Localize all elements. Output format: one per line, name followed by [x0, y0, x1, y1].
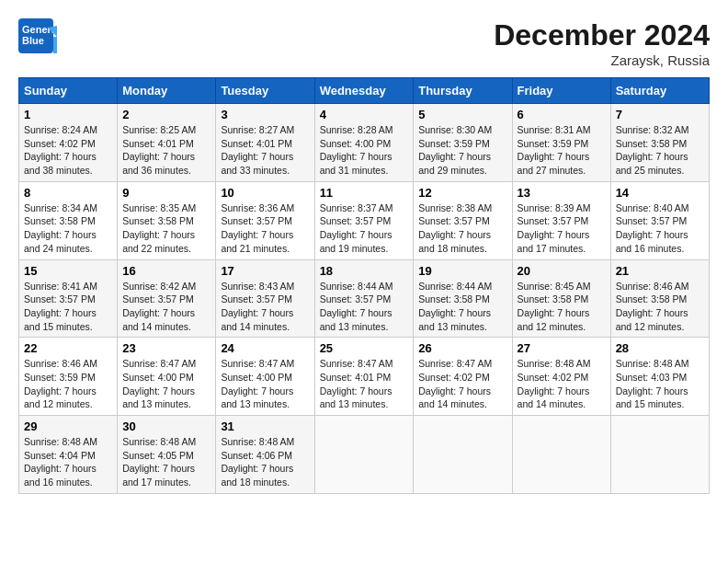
week-row-4: 22 Sunrise: 8:46 AM Sunset: 3:59 PM Dayl…	[19, 338, 710, 416]
day-number: 29	[24, 419, 112, 433]
day-cell: 2 Sunrise: 8:25 AM Sunset: 4:01 PM Dayli…	[118, 104, 216, 182]
day-number: 17	[221, 264, 309, 278]
day-cell: 29 Sunrise: 8:48 AM Sunset: 4:04 PM Dayl…	[19, 416, 118, 494]
daylight: Daylight: 7 hours and 12 minutes.	[24, 385, 97, 410]
daylight: Daylight: 7 hours and 13 minutes.	[221, 385, 293, 410]
day-cell: 4 Sunrise: 8:28 AM Sunset: 4:00 PM Dayli…	[314, 104, 414, 182]
location: Zaraysk, Russia	[494, 52, 710, 68]
day-cell: 7 Sunrise: 8:32 AM Sunset: 3:58 PM Dayli…	[610, 104, 709, 182]
sunset: Sunset: 4:02 PM	[518, 372, 589, 383]
day-cell: 17 Sunrise: 8:43 AM Sunset: 3:57 PM Dayl…	[216, 259, 314, 338]
day-number: 19	[418, 264, 506, 278]
day-number: 9	[122, 186, 210, 200]
day-number: 6	[518, 108, 606, 121]
day-info: Sunrise: 8:48 AM Sunset: 4:06 PM Dayligh…	[221, 435, 309, 489]
day-info: Sunrise: 8:48 AM Sunset: 4:02 PM Dayligh…	[518, 357, 606, 411]
daylight: Daylight: 7 hours and 18 minutes.	[418, 229, 491, 254]
day-info: Sunrise: 8:42 AM Sunset: 3:57 PM Dayligh…	[122, 280, 210, 334]
sunrise: Sunrise: 8:39 AM	[518, 202, 591, 213]
day-info: Sunrise: 8:24 AM Sunset: 4:02 PM Dayligh…	[24, 123, 112, 178]
sunrise: Sunrise: 8:47 AM	[320, 358, 393, 369]
day-info: Sunrise: 8:44 AM Sunset: 3:58 PM Dayligh…	[418, 280, 506, 334]
week-row-1: 1 Sunrise: 8:24 AM Sunset: 4:02 PM Dayli…	[19, 104, 710, 182]
sunrise: Sunrise: 8:36 AM	[221, 202, 294, 213]
sunset: Sunset: 3:59 PM	[24, 372, 96, 383]
daylight: Daylight: 7 hours and 12 minutes.	[616, 307, 688, 332]
daylight: Daylight: 7 hours and 21 minutes.	[221, 229, 293, 254]
sunrise: Sunrise: 8:37 AM	[320, 202, 393, 213]
svg-text:Blue: Blue	[22, 35, 44, 46]
day-info: Sunrise: 8:32 AM Sunset: 3:58 PM Dayligh…	[616, 123, 704, 178]
day-info: Sunrise: 8:46 AM Sunset: 3:58 PM Dayligh…	[616, 280, 704, 334]
sunset: Sunset: 3:57 PM	[616, 215, 688, 226]
day-cell: 21 Sunrise: 8:46 AM Sunset: 3:58 PM Dayl…	[610, 259, 709, 338]
sunrise: Sunrise: 8:47 AM	[221, 358, 294, 369]
sunrise: Sunrise: 8:44 AM	[418, 281, 492, 292]
daylight: Daylight: 7 hours and 13 minutes.	[320, 307, 392, 332]
daylight: Daylight: 7 hours and 22 minutes.	[122, 229, 195, 254]
sunrise: Sunrise: 8:35 AM	[122, 202, 196, 213]
weekday-thursday: Thursday	[414, 78, 512, 104]
day-info: Sunrise: 8:45 AM Sunset: 3:58 PM Dayligh…	[518, 280, 606, 334]
sunset: Sunset: 3:57 PM	[221, 293, 292, 304]
sunrise: Sunrise: 8:41 AM	[24, 281, 97, 292]
day-info: Sunrise: 8:43 AM Sunset: 3:57 PM Dayligh…	[221, 280, 309, 334]
daylight: Daylight: 7 hours and 18 minutes.	[221, 463, 293, 488]
daylight: Daylight: 7 hours and 12 minutes.	[518, 307, 590, 332]
day-info: Sunrise: 8:41 AM Sunset: 3:57 PM Dayligh…	[24, 280, 112, 334]
sunset: Sunset: 3:59 PM	[418, 138, 490, 149]
sunset: Sunset: 4:00 PM	[221, 372, 292, 383]
daylight: Daylight: 7 hours and 16 minutes.	[616, 229, 688, 254]
sunset: Sunset: 3:57 PM	[418, 215, 490, 226]
sunset: Sunset: 3:58 PM	[24, 215, 96, 226]
sunset: Sunset: 4:00 PM	[122, 372, 194, 383]
day-cell: 19 Sunrise: 8:44 AM Sunset: 3:58 PM Dayl…	[414, 259, 512, 338]
daylight: Daylight: 7 hours and 17 minutes.	[518, 229, 590, 254]
day-number: 4	[320, 108, 409, 121]
sunset: Sunset: 4:06 PM	[221, 450, 292, 461]
day-cell: 13 Sunrise: 8:39 AM Sunset: 3:57 PM Dayl…	[512, 181, 610, 259]
day-info: Sunrise: 8:25 AM Sunset: 4:01 PM Dayligh…	[122, 123, 210, 178]
weekday-sunday: Sunday	[19, 78, 118, 104]
day-number: 13	[518, 186, 606, 200]
sunset: Sunset: 4:01 PM	[320, 372, 392, 383]
day-cell: 3 Sunrise: 8:27 AM Sunset: 4:01 PM Dayli…	[216, 104, 314, 182]
week-row-2: 8 Sunrise: 8:34 AM Sunset: 3:58 PM Dayli…	[19, 181, 710, 259]
sunrise: Sunrise: 8:27 AM	[221, 124, 294, 135]
sunrise: Sunrise: 8:40 AM	[616, 202, 689, 213]
day-cell: 23 Sunrise: 8:47 AM Sunset: 4:00 PM Dayl…	[118, 338, 216, 416]
day-number: 15	[24, 264, 112, 278]
daylight: Daylight: 7 hours and 38 minutes.	[24, 151, 97, 176]
day-info: Sunrise: 8:47 AM Sunset: 4:02 PM Dayligh…	[418, 357, 506, 411]
daylight: Daylight: 7 hours and 14 minutes.	[122, 307, 195, 332]
day-number: 5	[418, 108, 506, 121]
day-number: 26	[418, 341, 506, 355]
sunrise: Sunrise: 8:46 AM	[24, 358, 97, 369]
sunrise: Sunrise: 8:31 AM	[518, 124, 591, 135]
sunrise: Sunrise: 8:48 AM	[518, 358, 591, 369]
sunrise: Sunrise: 8:30 AM	[418, 124, 492, 135]
daylight: Daylight: 7 hours and 17 minutes.	[122, 463, 195, 488]
month-title: December 2024	[494, 18, 710, 52]
sunrise: Sunrise: 8:42 AM	[122, 281, 196, 292]
day-number: 11	[320, 186, 409, 200]
day-cell: 11 Sunrise: 8:37 AM Sunset: 3:57 PM Dayl…	[314, 181, 414, 259]
daylight: Daylight: 7 hours and 16 minutes.	[24, 463, 97, 488]
sunset: Sunset: 3:57 PM	[221, 215, 292, 226]
sunset: Sunset: 3:58 PM	[616, 293, 688, 304]
day-cell: 18 Sunrise: 8:44 AM Sunset: 3:57 PM Dayl…	[314, 259, 414, 338]
sunset: Sunset: 4:05 PM	[122, 450, 194, 461]
day-cell: 22 Sunrise: 8:46 AM Sunset: 3:59 PM Dayl…	[19, 338, 118, 416]
day-cell: 6 Sunrise: 8:31 AM Sunset: 3:59 PM Dayli…	[512, 104, 610, 182]
sunrise: Sunrise: 8:47 AM	[122, 358, 196, 369]
sunset: Sunset: 3:59 PM	[518, 138, 589, 149]
day-number: 7	[616, 108, 704, 121]
sunset: Sunset: 4:01 PM	[122, 138, 194, 149]
day-cell: 14 Sunrise: 8:40 AM Sunset: 3:57 PM Dayl…	[610, 181, 709, 259]
day-cell: 26 Sunrise: 8:47 AM Sunset: 4:02 PM Dayl…	[414, 338, 512, 416]
day-info: Sunrise: 8:40 AM Sunset: 3:57 PM Dayligh…	[616, 201, 704, 256]
day-info: Sunrise: 8:47 AM Sunset: 4:00 PM Dayligh…	[122, 357, 210, 411]
day-number: 3	[221, 108, 309, 121]
sunset: Sunset: 3:58 PM	[616, 138, 688, 149]
daylight: Daylight: 7 hours and 25 minutes.	[616, 151, 688, 176]
